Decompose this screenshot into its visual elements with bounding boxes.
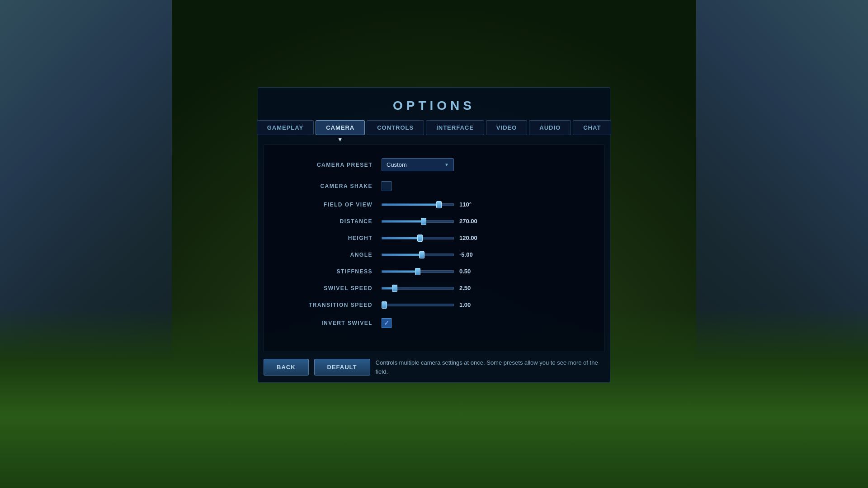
back-button[interactable]: BACK [264,359,309,375]
camera-shake-checkbox[interactable] [382,181,392,191]
angle-label: ANGLE [282,252,373,258]
dropdown-selected-value: Custom [387,161,441,168]
fov-slider-track[interactable] [382,203,454,206]
distance-control: 270.00 [382,218,586,225]
distance-slider-thumb[interactable] [421,218,426,225]
distance-slider-track[interactable] [382,220,454,223]
camera-preset-label: CAMERA PRESET [282,162,373,168]
stiffness-slider-track[interactable] [382,270,454,273]
tab-interface[interactable]: INTERFACE [426,120,484,135]
tabs-bar: GAMEPLAY CAMERA CONTROLS INTERFACE VIDEO… [258,120,610,135]
swivel-speed-row: SWIVEL SPEED 2.50 [282,285,586,291]
height-slider-fill [382,237,420,239]
distance-value: 270.00 [459,218,484,225]
angle-control: -5.00 [382,251,586,258]
swivel-speed-label: SWIVEL SPEED [282,285,373,291]
transition-speed-label: TRANSITION SPEED [282,302,373,308]
fov-row: FIELD OF VIEW 110° [282,201,586,208]
swivel-speed-value: 2.50 [459,285,484,291]
transition-speed-slider-track[interactable] [382,304,454,306]
default-button[interactable]: DEFAULT [314,359,370,375]
transition-speed-control: 1.00 [382,301,586,308]
stiffness-slider-thumb[interactable] [415,268,420,275]
modal-overlay: OPTIONS GAMEPLAY CAMERA CONTROLS INTERFA… [0,0,868,488]
stiffness-slider-fill [382,271,418,272]
tab-audio[interactable]: AUDIO [529,120,571,135]
camera-preset-row: CAMERA PRESET Custom ▼ [282,158,586,171]
camera-preset-control: Custom ▼ [382,158,586,171]
transition-speed-row: TRANSITION SPEED 1.00 [282,301,586,308]
swivel-speed-slider-track[interactable] [382,287,454,290]
invert-swivel-checkbox[interactable]: ✓ [382,318,392,328]
height-control: 120.00 [382,235,586,241]
height-slider-thumb[interactable] [417,235,423,242]
fov-value: 110° [459,201,484,208]
height-row: HEIGHT 120.00 [282,235,586,241]
checkmark-icon: ✓ [384,319,389,327]
options-modal: OPTIONS GAMEPLAY CAMERA CONTROLS INTERFA… [258,87,610,383]
stiffness-value: 0.50 [459,268,484,275]
camera-shake-control [382,181,586,191]
modal-footer: BACK DEFAULT Controls multiple camera se… [258,352,610,382]
stiffness-label: STIFFNESS [282,268,373,275]
settings-content: CAMERA PRESET Custom ▼ CAMERA SHAKE FIEL… [264,144,604,352]
swivel-speed-control: 2.50 [382,285,586,291]
invert-swivel-label: INVERT SWIVEL [282,320,373,326]
angle-value: -5.00 [459,251,484,258]
distance-slider-fill [382,221,424,222]
height-label: HEIGHT [282,235,373,241]
fov-control: 110° [382,201,586,208]
tab-gameplay[interactable]: GAMEPLAY [257,120,314,135]
modal-title: OPTIONS [258,88,610,120]
distance-row: DISTANCE 270.00 [282,218,586,225]
camera-shake-row: CAMERA SHAKE [282,181,586,191]
tab-video[interactable]: VIDEO [486,120,527,135]
invert-swivel-control: ✓ [382,318,586,328]
dropdown-arrow-icon: ▼ [444,162,449,167]
fov-slider-fill [382,204,439,206]
height-value: 120.00 [459,235,484,241]
stiffness-control: 0.50 [382,268,586,275]
fov-label: FIELD OF VIEW [282,202,373,208]
fov-slider-thumb[interactable] [436,201,442,208]
angle-slider-fill [382,254,422,256]
height-slider-track[interactable] [382,237,454,239]
angle-slider-thumb[interactable] [419,251,425,258]
tab-chat[interactable]: CHAT [573,120,611,135]
stiffness-row: STIFFNESS 0.50 [282,268,586,275]
transition-speed-value: 1.00 [459,301,484,308]
tab-controls[interactable]: CONTROLS [367,120,424,135]
distance-label: DISTANCE [282,218,373,225]
angle-slider-track[interactable] [382,253,454,256]
camera-preset-dropdown[interactable]: Custom ▼ [382,158,454,171]
camera-shake-label: CAMERA SHAKE [282,183,373,189]
tab-camera[interactable]: CAMERA [316,120,365,135]
transition-speed-slider-thumb[interactable] [382,301,387,309]
invert-swivel-row: INVERT SWIVEL ✓ [282,318,586,328]
footer-description: Controls multiple camera settings at onc… [376,358,604,376]
angle-row: ANGLE -5.00 [282,251,586,258]
swivel-speed-slider-thumb[interactable] [392,285,397,292]
